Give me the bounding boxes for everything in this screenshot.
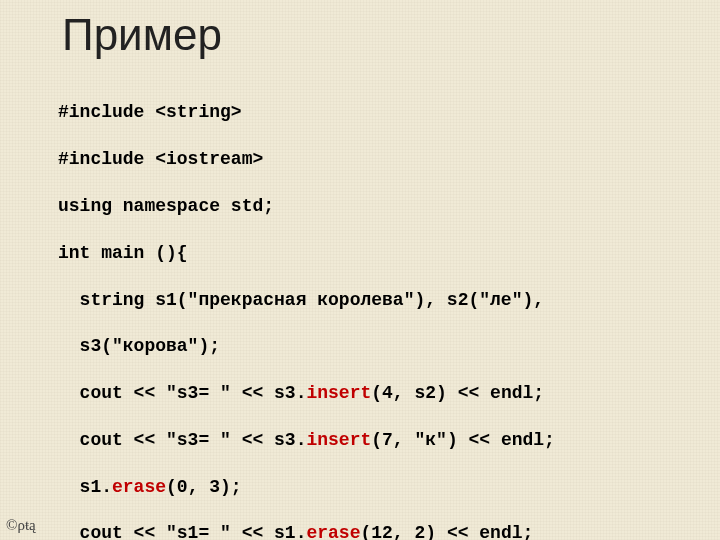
code-line: s1.erase(0, 3); (58, 476, 680, 499)
method-insert: insert (306, 430, 371, 450)
code-line: cout << "s3= " << s3.insert(7, "к") << e… (58, 429, 680, 452)
code-line: cout << "s3= " << s3.insert(4, s2) << en… (58, 382, 680, 405)
method-insert: insert (306, 383, 371, 403)
copyright-text: ©ρŧą (6, 517, 36, 534)
code-line: string s1("прекрасная королева"), s2("ле… (58, 289, 680, 312)
code-line: using namespace std; (58, 195, 680, 218)
method-erase: erase (306, 523, 360, 540)
code-line: int main (){ (58, 242, 680, 265)
code-line: cout << "s1= " << s1.erase(12, 2) << end… (58, 522, 680, 540)
code-block: #include <string> #include <iostream> us… (58, 78, 680, 540)
code-line: #include <string> (58, 101, 680, 124)
method-erase: erase (112, 477, 166, 497)
slide-title: Пример (62, 10, 222, 60)
code-line: #include <iostream> (58, 148, 680, 171)
code-line: s3("корова"); (58, 335, 680, 358)
